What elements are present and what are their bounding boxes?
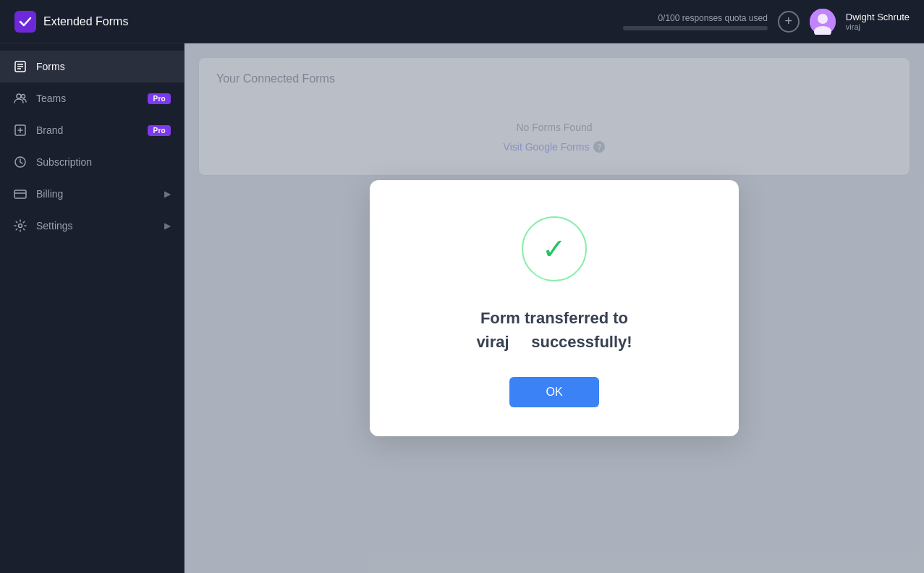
svg-point-14 xyxy=(19,224,22,228)
add-quota-button[interactable]: + xyxy=(778,11,800,33)
brand-icon xyxy=(13,123,27,137)
billing-arrow: ▶ xyxy=(164,189,171,199)
logo-icon xyxy=(14,11,36,33)
teams-label: Teams xyxy=(36,93,139,104)
billing-label: Billing xyxy=(36,188,156,200)
svg-point-9 xyxy=(22,95,25,98)
forms-icon xyxy=(13,59,27,74)
sidebar-item-brand[interactable]: Brand Pro xyxy=(0,114,184,146)
quota-bar-bg xyxy=(623,26,768,30)
success-circle: ✓ xyxy=(522,216,587,281)
sidebar-item-settings[interactable]: Settings ▶ xyxy=(0,210,184,242)
main-layout: Forms Teams Pro Bran xyxy=(0,43,924,573)
user-name: Dwight Schrute xyxy=(846,12,910,22)
settings-arrow: ▶ xyxy=(164,221,171,231)
settings-icon xyxy=(13,218,27,233)
content-area: Your Connected Forms No Forms Found Visi… xyxy=(185,43,924,573)
subscription-icon xyxy=(13,155,27,169)
user-sub: viraj xyxy=(846,22,910,31)
app-title: Extended Forms xyxy=(43,15,128,28)
modal-message-line2: viraj xyxy=(476,333,509,351)
teams-icon xyxy=(13,91,27,106)
success-modal: ✓ Form transferred to viraj successfully… xyxy=(370,180,739,436)
svg-point-2 xyxy=(818,14,828,24)
svg-rect-12 xyxy=(14,190,26,198)
sidebar-item-billing[interactable]: Billing ▶ xyxy=(0,178,184,210)
ok-button[interactable]: OK xyxy=(509,377,598,407)
teams-pro-badge: Pro xyxy=(148,93,171,104)
app-logo: Extended Forms xyxy=(14,11,128,33)
svg-point-8 xyxy=(17,94,21,98)
sidebar-item-forms[interactable]: Forms xyxy=(0,51,184,82)
modal-message-line1: Form transferred to xyxy=(480,309,628,327)
quota-text: 0/100 responses quota used xyxy=(658,13,767,23)
sidebar-item-subscription[interactable]: Subscription xyxy=(0,146,184,178)
forms-label: Forms xyxy=(36,61,171,72)
settings-label: Settings xyxy=(36,220,156,232)
modal-message: Form transferred to viraj successfully! xyxy=(476,306,632,354)
quota-section: 0/100 responses quota used xyxy=(623,13,768,30)
topbar-right: 0/100 responses quota used + Dwight Schr… xyxy=(623,9,910,35)
sidebar-item-teams[interactable]: Teams Pro xyxy=(0,82,184,114)
modal-overlay: ✓ Form transferred to viraj successfully… xyxy=(185,43,924,573)
svg-rect-0 xyxy=(14,11,36,33)
brand-pro-badge: Pro xyxy=(148,125,171,136)
modal-message-line3: successfully! xyxy=(531,333,632,351)
avatar xyxy=(810,9,836,35)
subscription-label: Subscription xyxy=(36,156,171,168)
brand-label: Brand xyxy=(36,124,139,136)
sidebar: Forms Teams Pro Bran xyxy=(0,43,185,573)
user-info: Dwight Schrute viraj xyxy=(846,12,910,31)
checkmark-icon: ✓ xyxy=(542,234,567,263)
billing-icon xyxy=(13,187,27,201)
topbar: Extended Forms 0/100 responses quota use… xyxy=(0,0,924,43)
